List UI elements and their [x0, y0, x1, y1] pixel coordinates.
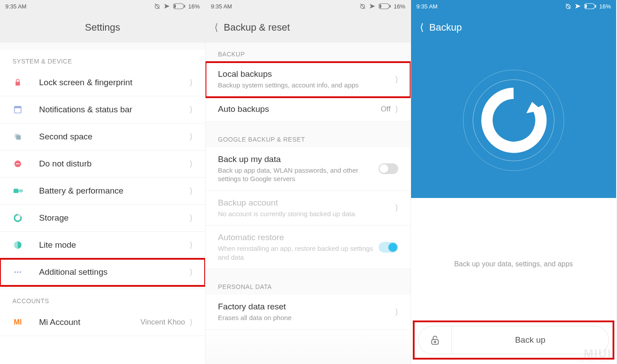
chevron-right-icon: ⟩: [190, 267, 193, 277]
battery-percent: 16%: [188, 3, 200, 10]
item-label: Lite mode: [39, 240, 190, 250]
svg-rect-2: [174, 4, 176, 8]
item-title: Auto backups: [218, 104, 381, 114]
item-label: Notifications & status bar: [39, 105, 190, 115]
section-header: BACKUP: [206, 43, 411, 62]
status-bar: 9:35 AM 16%: [411, 0, 616, 12]
chevron-right-icon: ⟩: [190, 317, 193, 327]
airplane-icon: [574, 3, 581, 10]
list-item: Automatic restoreWhen reinstalling an ap…: [206, 226, 411, 269]
page-title: Backup: [424, 22, 607, 33]
list-item[interactable]: Back up my dataBack up app data, WLAN pa…: [206, 147, 411, 191]
chevron-right-icon: ⟩: [190, 78, 193, 87]
watermark-sub: en.miui.com: [578, 359, 610, 363]
item-value: Off: [381, 105, 391, 114]
backup-button-label: Back up: [515, 335, 546, 345]
settings-item[interactable]: Storage⟩: [0, 205, 205, 232]
toggle[interactable]: [379, 163, 398, 174]
chevron-right-icon: ⟩: [395, 307, 398, 317]
battery-icon: [379, 3, 391, 9]
section-header: GOOGLE BACKUP & RESET: [206, 128, 411, 147]
toggle: [379, 242, 398, 253]
chevron-right-icon: ⟩: [190, 186, 193, 196]
dnd-icon: [12, 158, 23, 169]
settings-item[interactable]: Lite mode⟩: [0, 232, 205, 259]
more-icon: [12, 267, 23, 277]
item-label: Lock screen & fingerprint: [39, 78, 190, 87]
lite-icon: [12, 240, 23, 250]
backup-reset-list[interactable]: BACKUPLocal backupsBackup system setting…: [206, 43, 411, 330]
svg-rect-4: [16, 82, 20, 85]
settings-item[interactable]: Do not disturb⟩: [0, 150, 205, 178]
backup-screen: 9:35 AM 16% ⟨ Backup Back up your data, …: [411, 0, 617, 364]
back-button[interactable]: ⟨: [214, 22, 218, 33]
item-subtitle: Erases all data on phone: [218, 313, 395, 322]
chevron-right-icon: ⟩: [190, 105, 193, 115]
battery-percent: 16%: [394, 3, 405, 10]
airplane-icon: [369, 3, 376, 10]
settings-item[interactable]: Additional settings⟩: [0, 259, 205, 286]
svg-rect-12: [19, 190, 20, 192]
lock-button[interactable]: [418, 326, 452, 354]
svg-point-18: [20, 271, 21, 273]
svg-rect-22: [390, 5, 391, 8]
settings-screen: 9:35 AM 16% Settings SYSTEM & DEVICELock…: [0, 0, 206, 364]
battery-icon: [584, 3, 597, 9]
item-title: Local backups: [218, 69, 395, 79]
svg-rect-10: [16, 163, 20, 164]
item-title: Backup account: [218, 198, 395, 208]
status-bar: 9:35 AM 16%: [0, 0, 205, 12]
section-header: ACCOUNTS: [0, 286, 205, 309]
chevron-right-icon: ⟩: [190, 213, 193, 223]
status-icons: 16%: [154, 3, 200, 10]
settings-item[interactable]: Battery & performance⟩: [0, 178, 205, 205]
svg-rect-25: [585, 4, 587, 8]
list-item: Backup accountNo account is currently st…: [206, 191, 411, 226]
chevron-right-icon: ⟩: [395, 104, 398, 114]
item-title: Factory data reset: [218, 302, 395, 312]
settings-item[interactable]: Notifications & status bar⟩: [0, 96, 205, 123]
status-time: 9:35 AM: [416, 3, 438, 10]
back-button[interactable]: ⟨: [420, 22, 424, 33]
header: Settings: [0, 12, 205, 43]
status-time: 9:35 AM: [211, 3, 232, 10]
chevron-right-icon: ⟩: [190, 240, 193, 250]
status-bar: 9:35 AM 16%: [206, 0, 411, 12]
item-label: Battery & performance: [39, 186, 190, 196]
list-item[interactable]: Factory data resetErases all data on pho…: [206, 295, 411, 330]
lock-icon: [12, 77, 23, 88]
svg-rect-21: [380, 4, 381, 8]
backup-message: Back up your data, settings, and apps: [411, 260, 616, 268]
page-title: Backup & reset: [218, 22, 402, 33]
chevron-right-icon: ⟩: [190, 159, 193, 169]
item-label: Storage: [39, 213, 190, 223]
backup-reset-screen: 9:35 AM 16% ⟨ Backup & reset BACKUPLocal…: [206, 0, 411, 364]
chevron-right-icon: ⟩: [190, 132, 193, 142]
list-item[interactable]: Local backupsBackup system settings, acc…: [206, 62, 411, 97]
space-icon: [12, 131, 23, 142]
item-subtitle: Backup system settings, account info, an…: [218, 81, 395, 90]
item-subtitle: When reinstalling an app, restore backed…: [218, 244, 379, 261]
alarm-off-icon: [154, 3, 161, 10]
item-value: Vincent Khoo: [140, 318, 185, 327]
section-gap: [206, 122, 411, 128]
settings-item[interactable]: Second space⟩: [0, 123, 205, 150]
settings-item[interactable]: MIMi AccountVincent Khoo⟩: [0, 309, 205, 336]
settings-list[interactable]: SYSTEM & DEVICELock screen & fingerprint…: [0, 43, 205, 336]
svg-rect-3: [184, 5, 185, 8]
chevron-right-icon: ⟩: [395, 203, 398, 213]
item-subtitle: Back up app data, WLAN passwords, and ot…: [218, 166, 379, 183]
svg-rect-26: [595, 5, 596, 8]
svg-point-13: [20, 190, 23, 192]
mi-icon: MI: [12, 317, 23, 328]
airplane-icon: [163, 3, 170, 10]
section-header: PERSONAL DATA: [206, 275, 411, 295]
backup-hero: [411, 43, 616, 198]
svg-rect-8: [16, 135, 21, 140]
settings-item[interactable]: Lock screen & fingerprint⟩: [0, 69, 205, 96]
battery-icon: [173, 3, 186, 9]
bottom-fade: [206, 324, 411, 364]
unlock-icon: [429, 334, 441, 346]
list-item[interactable]: Auto backupsOff⟩: [206, 97, 411, 122]
backup-icon: [478, 85, 549, 156]
